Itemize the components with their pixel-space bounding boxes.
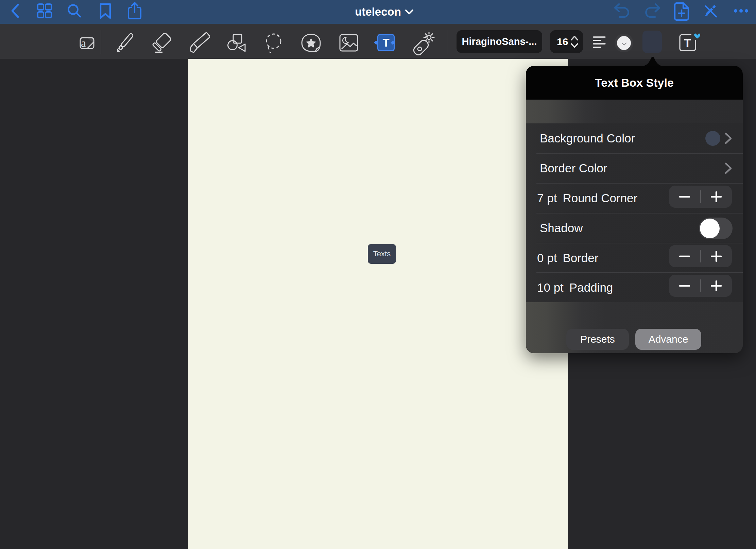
svg-text:a: a: [81, 37, 86, 49]
svg-text:T: T: [684, 36, 691, 49]
